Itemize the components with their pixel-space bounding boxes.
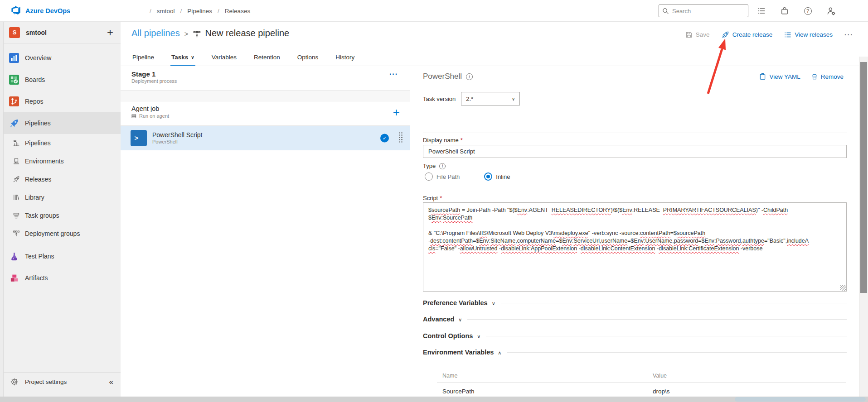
horizontal-scrollbar[interactable] bbox=[0, 397, 868, 402]
breadcrumb-item[interactable]: Pipelines bbox=[187, 8, 212, 14]
add-project-item-button[interactable]: + bbox=[107, 27, 113, 38]
section-environment-variables[interactable]: Environment Variables∧ bbox=[423, 347, 847, 358]
env-row-value[interactable]: drop\s bbox=[653, 388, 670, 395]
tab-history[interactable]: History bbox=[335, 50, 355, 66]
task-valid-check-icon: ✓ bbox=[380, 134, 389, 142]
task-drag-handle[interactable] bbox=[399, 132, 403, 144]
stage-header[interactable]: Stage 1 Deployment process ··· bbox=[121, 67, 410, 91]
horizontal-scrollbar-thumb[interactable] bbox=[735, 397, 866, 402]
project-settings-label: Project settings bbox=[25, 378, 67, 385]
section-advanced[interactable]: Advanced∨ bbox=[423, 314, 847, 325]
sidebar-item-overview[interactable]: Overview bbox=[4, 47, 121, 69]
search-placeholder: Search bbox=[672, 8, 691, 14]
view-releases-button[interactable]: View releases bbox=[784, 31, 833, 38]
project-header: S smtool + bbox=[4, 22, 121, 43]
breadcrumb-item[interactable]: smtool bbox=[157, 8, 175, 14]
tab-variables[interactable]: Variables bbox=[211, 50, 238, 66]
env-row-name[interactable]: SourcePath bbox=[442, 388, 475, 395]
resize-grip[interactable] bbox=[840, 285, 846, 291]
sidebar-item-deployment-groups[interactable]: Deployment groups bbox=[4, 225, 121, 243]
sidebar-item-library[interactable]: Library bbox=[4, 188, 121, 206]
section-preference-variables[interactable]: Preference Variables∨ bbox=[423, 297, 847, 308]
sidebar-item-boards[interactable]: Boards bbox=[4, 69, 121, 91]
search-input[interactable]: Search bbox=[659, 5, 748, 17]
detail-actions: View YAML Remove bbox=[759, 73, 844, 80]
azure-devops-home-link[interactable]: Azure DevOps bbox=[11, 0, 70, 22]
remove-task-button[interactable]: Remove bbox=[811, 73, 844, 80]
agent-job-header[interactable]: Agent job Run on agent + bbox=[121, 101, 410, 126]
sidebar-item-label: Boards bbox=[25, 76, 45, 83]
vertical-scrollbar[interactable] bbox=[859, 57, 868, 397]
tab-tasks[interactable]: Tasks∨ bbox=[170, 50, 195, 66]
sidebar: S smtool + OverviewBoardsReposPipelinesP… bbox=[4, 22, 121, 397]
script-box[interactable]: $sourcePath = Join-Path -Path "$($Env:AG… bbox=[423, 202, 847, 292]
breadcrumb-item[interactable]: Releases bbox=[225, 8, 250, 14]
section-divider bbox=[423, 133, 847, 133]
project-name[interactable]: smtool bbox=[26, 29, 101, 36]
sidebar-item-pipelines[interactable]: Pipelines bbox=[4, 112, 121, 134]
all-pipelines-link[interactable]: All pipelines bbox=[131, 28, 180, 38]
collapse-sidebar-icon[interactable]: « bbox=[109, 378, 113, 387]
sidebar-item-task-groups[interactable]: Task groups bbox=[4, 206, 121, 225]
sidebar-item-test-plans[interactable]: Test Plans bbox=[4, 245, 121, 267]
releases-icon bbox=[13, 176, 20, 183]
add-task-button[interactable]: + bbox=[393, 106, 400, 118]
type-info-icon[interactable]: i bbox=[439, 163, 446, 169]
azure-devops-logo-icon bbox=[11, 5, 21, 17]
agent-job-subtitle: Run on agent bbox=[139, 113, 169, 119]
task-row-powershell[interactable]: >_ PowerShell Script PowerShell ✓ bbox=[121, 126, 410, 150]
crumb-separator: / bbox=[218, 8, 219, 14]
task-version-select[interactable]: 2.* ∨ bbox=[461, 92, 520, 105]
page-title: New release pipeline bbox=[205, 28, 290, 38]
pipelines-icon bbox=[9, 118, 19, 129]
sidebar-item-releases[interactable]: Releases bbox=[4, 170, 121, 188]
breadcrumb: /smtool/Pipelines/Releases bbox=[150, 0, 250, 22]
marketplace-bag-icon[interactable] bbox=[780, 6, 789, 15]
sidebar-item-environments[interactable]: Environments bbox=[4, 152, 121, 170]
topbar-icon-group: ? bbox=[757, 0, 835, 22]
artifacts-icon bbox=[9, 273, 19, 283]
env-table-header-value: Value bbox=[653, 373, 667, 379]
info-icon[interactable]: i bbox=[466, 73, 473, 80]
breadcrumb-chevron-icon: > bbox=[184, 30, 189, 38]
display-name-label-row: Display name* bbox=[423, 137, 463, 144]
stage-more-button[interactable]: ··· bbox=[389, 70, 398, 78]
user-settings-icon[interactable] bbox=[826, 6, 835, 15]
view-yaml-button[interactable]: View YAML bbox=[759, 73, 800, 80]
tab-retention[interactable]: Retention bbox=[253, 50, 281, 66]
task-version-row: Task version 2.* ∨ bbox=[423, 92, 520, 105]
tab-options[interactable]: Options bbox=[296, 50, 320, 66]
save-button[interactable]: Save bbox=[685, 31, 710, 38]
more-actions-button[interactable]: ··· bbox=[844, 31, 853, 38]
page-header: All pipelines > New release pipeline Sav… bbox=[121, 22, 868, 66]
sidebar-item-artifacts[interactable]: Artifacts bbox=[4, 267, 121, 289]
display-name-input[interactable]: PowerShell Script bbox=[423, 145, 847, 158]
radio-circle-selected-icon bbox=[484, 172, 492, 181]
radio-file-path[interactable]: File Path bbox=[425, 172, 460, 181]
help-icon[interactable]: ? bbox=[803, 6, 812, 15]
sidebar-item-pipelines[interactable]: Pipelines bbox=[4, 134, 121, 152]
chevron-down-icon: ∨ bbox=[191, 55, 194, 60]
sidebar-item-label: Environments bbox=[25, 158, 64, 165]
sidebar-item-label: Library bbox=[25, 194, 44, 201]
task-groups-icon bbox=[13, 212, 20, 219]
left-edge-strip bbox=[0, 22, 4, 397]
sidebar-item-label: Task groups bbox=[25, 212, 59, 219]
sidebar-item-repos[interactable]: Repos bbox=[4, 91, 121, 112]
radio-inline[interactable]: Inline bbox=[484, 172, 510, 181]
crumb-separator: / bbox=[150, 8, 151, 14]
work-items-list-icon[interactable] bbox=[757, 6, 766, 15]
task-version-label: Task version bbox=[423, 96, 456, 102]
task-detail-panel: PowerShell i View YAML Remove Task versi… bbox=[411, 67, 859, 397]
vertical-scrollbar-thumb[interactable] bbox=[860, 62, 867, 293]
radio-circle-icon bbox=[425, 172, 433, 181]
deployment-groups-icon bbox=[13, 230, 20, 237]
clipboard-icon bbox=[759, 73, 766, 80]
environments-icon bbox=[13, 158, 20, 165]
create-release-button[interactable]: Create release bbox=[722, 31, 773, 38]
section-control-options[interactable]: Control Options∨ bbox=[423, 330, 847, 341]
overview-icon bbox=[9, 53, 19, 63]
tab-pipeline[interactable]: Pipeline bbox=[131, 50, 155, 66]
project-settings-button[interactable]: Project settings « bbox=[4, 372, 121, 391]
powershell-icon: >_ bbox=[131, 130, 147, 146]
